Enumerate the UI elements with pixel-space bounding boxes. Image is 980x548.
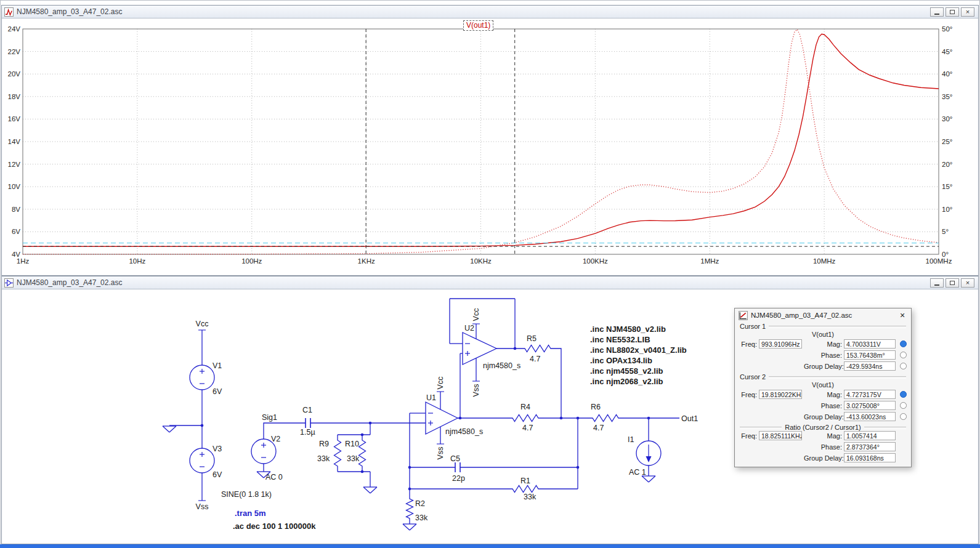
- ratio-freq-value: 18.825111KHz: [759, 431, 802, 440]
- restore-button[interactable]: [946, 278, 959, 288]
- freq-label: Freq:: [739, 391, 757, 398]
- cursor2-freq-mag-row: Freq: 19.819022KHz Mag: 4.7273175V: [735, 390, 911, 399]
- cursor2-mag-radio[interactable]: [900, 391, 907, 398]
- label-u2: U2: [464, 324, 474, 332]
- capacitor-C5[interactable]: [455, 462, 460, 472]
- close-button[interactable]: ×: [961, 278, 974, 288]
- junction-dot: [361, 470, 364, 473]
- label-r9_val: 33k: [317, 454, 330, 463]
- phase-label: Phase:: [804, 402, 842, 409]
- ratio-groupdelay-value: 16.093168ns: [844, 453, 896, 462]
- label-tran: .tran 5m: [235, 509, 266, 518]
- resistor-R2[interactable]: [407, 493, 413, 524]
- restore-icon: [950, 281, 955, 285]
- cursor-readout-dialog[interactable]: NJM4580_amp_03_A47_02.asc × Cursor 1 V(o…: [734, 308, 912, 467]
- junction-dot: [361, 433, 364, 437]
- minimize-button[interactable]: [930, 278, 944, 288]
- resistor-R10[interactable]: [359, 435, 366, 472]
- label-inc5: .inc njm4558_v2.lib: [590, 366, 663, 376]
- schematic-window-titlebar[interactable]: NJM4580_amp_03_A47_02.asc ×: [2, 276, 978, 289]
- resistor-R1[interactable]: [507, 486, 544, 493]
- label-u1_model: njm4580_s: [445, 427, 483, 436]
- x-tick-label: 1Hz: [17, 257, 30, 265]
- label-r5: R5: [527, 334, 537, 343]
- trace-phase[interactable]: [23, 30, 939, 254]
- cursor2-signal-name: V(out1): [735, 381, 911, 390]
- label-v3: V3: [213, 445, 222, 453]
- label-inc3: .inc NL8802x_v0401_Z.lib: [590, 345, 687, 355]
- label-ac0: AC 0: [265, 473, 283, 482]
- ratio-mag-value: 1.0057414: [844, 431, 896, 440]
- voltage-source-V1[interactable]: [190, 365, 214, 390]
- label-i1: I1: [628, 435, 634, 444]
- cursor2-groupdelay-row: Group Delay: -413.60023ns: [735, 412, 911, 421]
- mag-label: Mag:: [804, 391, 842, 398]
- junction-dot: [577, 466, 580, 469]
- label-sine: SINE(0 1.8 1k): [221, 490, 272, 499]
- y-left-tick-label: 24V: [8, 25, 21, 33]
- cursor2-phase-radio[interactable]: [900, 402, 907, 409]
- waveform-plot[interactable]: 24V22V20V18V16V14V12V10V8V6V4V50°45°40°3…: [2, 18, 978, 275]
- current-source-I1[interactable]: [636, 441, 661, 465]
- opamp-U2[interactable]: [463, 332, 496, 365]
- ground-symbol[interactable]: [403, 524, 416, 530]
- schematic-canvas[interactable]: VccV16VV36VVssV2AC 0SINE(0 1.8 1k)Sig1C1…: [2, 289, 978, 544]
- cursor2-mag-value: 4.7273175V: [844, 390, 896, 399]
- resistor-R5[interactable]: [519, 345, 556, 352]
- ground-symbol[interactable]: [642, 476, 655, 482]
- plot-canvas[interactable]: 24V22V20V18V16V14V12V10V8V6V4V50°45°40°3…: [2, 18, 978, 275]
- app-bottom-bar: [0, 544, 980, 548]
- x-tick-label: 10Hz: [129, 257, 145, 265]
- voltage-source-V3[interactable]: [190, 448, 214, 473]
- label-c5: C5: [450, 454, 460, 463]
- label-inc6: .inc njm2068_v2.lib: [590, 377, 663, 386]
- label-r10_val: 33k: [347, 454, 360, 463]
- mag-label: Mag:: [804, 340, 842, 348]
- capacitor-C1[interactable]: [306, 418, 310, 428]
- plot-border: [23, 29, 939, 254]
- cursor1-mag-value: 4.7003311V: [844, 339, 896, 349]
- cursor1-groupdelay-radio[interactable]: [900, 363, 907, 369]
- label-r2_val: 33k: [415, 514, 428, 522]
- label-inc4: .inc OPAx134.lib: [590, 356, 652, 365]
- schematic-window-controls: ×: [930, 278, 976, 288]
- x-tick-label: 10MHz: [813, 257, 836, 265]
- close-button[interactable]: ×: [961, 7, 974, 17]
- label-inc2: .inc NE5532.LIB: [590, 335, 650, 344]
- resistor-R9[interactable]: [334, 435, 341, 472]
- cursor1-phase-radio[interactable]: [900, 352, 907, 358]
- junction-dot: [647, 417, 650, 420]
- trace-label-vout1[interactable]: V(out1): [463, 20, 493, 31]
- minimize-button[interactable]: [930, 7, 944, 17]
- resistor-R6[interactable]: [587, 415, 624, 422]
- cursor1-phase-row: Phase: 153.76438m°: [735, 350, 911, 360]
- minimize-icon: [934, 14, 939, 15]
- resistor-R4[interactable]: [507, 415, 544, 422]
- label-r4_val: 4.7: [522, 424, 533, 432]
- schematic-editor-window: NJM4580_amp_03_A47_02.asc × VccV16VV36VV…: [1, 276, 979, 544]
- label-u1: U1: [426, 393, 436, 402]
- freq-label: Freq:: [739, 340, 757, 348]
- cursor-dialog-titlebar[interactable]: NJM4580_amp_03_A47_02.asc ×: [735, 308, 911, 322]
- cursor1-signal-name: V(out1): [735, 330, 911, 339]
- ground-symbol[interactable]: [363, 487, 377, 493]
- restore-button[interactable]: [946, 7, 959, 17]
- cursor2-groupdelay-value: -413.60023ns: [844, 412, 896, 421]
- cursor1-phase-value: 153.76438m°: [844, 350, 896, 360]
- waveform-viewer-window: NJM4580_amp_03_A47_02.asc × 24V22V20V18V…: [1, 5, 979, 276]
- cursor2-groupdelay-radio[interactable]: [900, 413, 907, 420]
- label-r1: R1: [520, 477, 530, 485]
- y-right-tick-label: 15°: [942, 183, 952, 190]
- label-v1_val: 6V: [213, 387, 222, 396]
- cursor2-section-header: Cursor 2: [735, 373, 911, 381]
- ground-symbol[interactable]: [163, 426, 176, 432]
- mag-label: Mag:: [804, 432, 842, 440]
- y-right-tick-label: 25°: [942, 138, 952, 145]
- cursor-dialog-close-button[interactable]: ×: [897, 310, 907, 320]
- junction-dot: [408, 466, 411, 469]
- cursor1-mag-radio[interactable]: [900, 340, 907, 347]
- ratio-phase-value: 2.8737364°: [844, 442, 896, 451]
- plot-window-titlebar[interactable]: NJM4580_amp_03_A47_02.asc ×: [2, 6, 978, 18]
- label-r6: R6: [591, 403, 601, 411]
- plot-window-controls: ×: [930, 7, 976, 17]
